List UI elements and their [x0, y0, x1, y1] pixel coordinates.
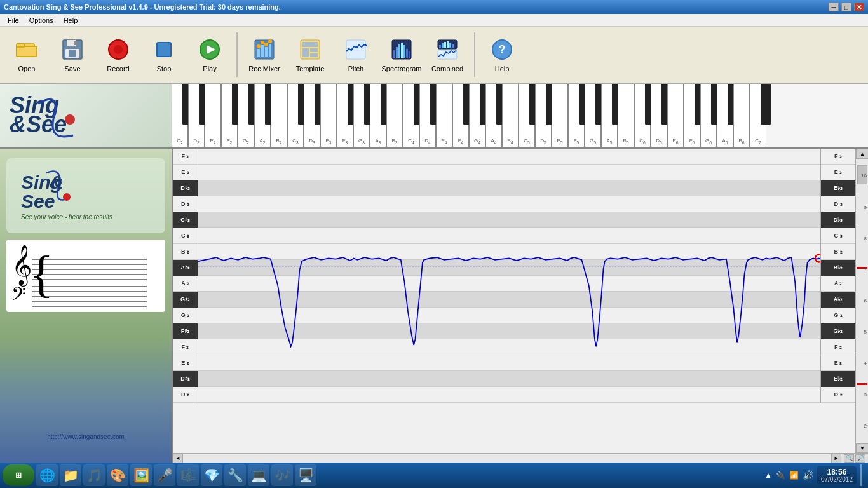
piano-key-g6[interactable]: G6: [700, 84, 717, 147]
piano-key-a6[interactable]: A6: [717, 84, 733, 147]
taskbar-dreamweaver[interactable]: 🎨: [107, 464, 128, 486]
piano-key-b4[interactable]: B4: [502, 84, 519, 147]
taskbar-explorer[interactable]: 📁: [60, 464, 81, 486]
piano-key-d2[interactable]: D2: [188, 84, 205, 147]
taskbar-app8[interactable]: 🔧: [224, 464, 246, 486]
scroll-down-button[interactable]: ▼: [856, 443, 868, 453]
piano-key-g4[interactable]: G4: [469, 84, 485, 147]
note-row-f3: F ₃ F ₃: [173, 149, 855, 165]
piano-key-f6[interactable]: F6: [684, 84, 700, 147]
piano-key-a5[interactable]: A5: [601, 84, 618, 147]
piano-key-d3[interactable]: D3: [304, 84, 320, 147]
spectrogram-button[interactable]: Spectrogram: [380, 29, 423, 80]
piano-key-c5[interactable]: C5: [519, 84, 535, 147]
hscroll-right-button[interactable]: ►: [831, 454, 841, 463]
scale-10: 10: [861, 173, 867, 179]
open-button[interactable]: Open: [5, 29, 48, 80]
open-label: Open: [18, 65, 36, 72]
piano-key-c2[interactable]: C2: [172, 84, 188, 147]
note-content-f3: [198, 149, 820, 164]
website-link[interactable]: http://www.singandsee.com: [47, 433, 125, 440]
rec-mixer-button[interactable]: Rec Mixer: [243, 29, 286, 80]
piano-key-c4[interactable]: C4: [403, 84, 419, 147]
note-label-e3-left: E ₃: [173, 165, 198, 180]
piano-key-f4[interactable]: F4: [452, 84, 469, 147]
note-label-f3-left: F ₃: [173, 149, 198, 165]
svg-point-50: [63, 193, 71, 201]
volume-icon[interactable]: 🔊: [803, 470, 813, 480]
record-button[interactable]: Record: [97, 29, 140, 80]
help-button[interactable]: ? Help: [480, 29, 524, 80]
start-button[interactable]: ⊞: [3, 464, 34, 486]
toolbar-separator-1: [236, 32, 238, 77]
piano-key-f2[interactable]: F2: [221, 84, 238, 147]
piano-key-d6[interactable]: D6: [651, 84, 667, 147]
svg-rect-32: [401, 43, 403, 58]
note-content-ds2: [198, 371, 820, 386]
menu-options[interactable]: Options: [24, 15, 58, 25]
piano-key-d4[interactable]: D4: [419, 84, 436, 147]
note-label-gs2-left: G♯₂: [173, 292, 198, 308]
piano-key-g3[interactable]: G3: [353, 84, 370, 147]
scale-9: 9: [864, 205, 867, 210]
note-label-as2-left: A♯₂: [173, 260, 198, 276]
piano-key-c7[interactable]: C7: [750, 84, 766, 147]
zoom-out-button[interactable]: 🔍: [844, 454, 854, 463]
save-icon: [60, 37, 85, 62]
save-button[interactable]: Save: [51, 29, 94, 80]
scroll-up-button[interactable]: ▲: [856, 149, 868, 159]
piano-key-e5[interactable]: E5: [552, 84, 568, 147]
piano-key-b6[interactable]: B6: [733, 84, 750, 147]
clock[interactable]: 18:56 07/02/2012: [817, 466, 857, 484]
taskbar-app10[interactable]: 🎶: [271, 464, 293, 486]
pitch-display-area: F ₃ F ₃ E ₃ E ₃ D♯₃ E♭₃ D: [172, 149, 868, 463]
piano-key-e6[interactable]: E6: [667, 84, 684, 147]
taskbar-app6[interactable]: 🎼: [177, 464, 199, 486]
taskbar-app9[interactable]: 💻: [248, 464, 269, 486]
piano-key-c3[interactable]: C3: [287, 84, 304, 147]
piano-key-a2[interactable]: A2: [254, 84, 271, 147]
maximize-button[interactable]: □: [841, 3, 851, 11]
right-scrollbar[interactable]: ▲ 10 9 8 7 6 5 4 3 2 ▼: [855, 149, 868, 453]
svg-text:See: See: [21, 191, 55, 212]
taskbar-wmp[interactable]: 🎵: [83, 464, 105, 486]
piano-key-csharp7[interactable]: [761, 84, 771, 125]
minimize-button[interactable]: ─: [829, 3, 839, 11]
piano-key-b3[interactable]: B3: [386, 84, 403, 147]
hscroll-left-button[interactable]: ◄: [173, 454, 183, 463]
note-content-d3: [198, 196, 820, 212]
taskbar-app11[interactable]: 🖥️: [295, 464, 316, 486]
piano-key-b2[interactable]: B2: [271, 84, 287, 147]
piano-key-a3[interactable]: A3: [370, 84, 386, 147]
play-icon: [197, 37, 222, 62]
combined-button[interactable]: Combined: [426, 29, 469, 80]
piano-key-e3[interactable]: E3: [320, 84, 337, 147]
piano-key-g5[interactable]: G5: [585, 84, 601, 147]
taskbar-ie[interactable]: 🌐: [36, 464, 58, 486]
piano-key-e4[interactable]: E4: [436, 84, 452, 147]
piano-key-c6[interactable]: C6: [634, 84, 651, 147]
piano-key-a4[interactable]: A4: [485, 84, 502, 147]
piano-key-g2[interactable]: G2: [238, 84, 254, 147]
taskbar-photoshop[interactable]: 🖼️: [130, 464, 152, 486]
show-desktop-button[interactable]: [860, 464, 865, 486]
menu-file[interactable]: File: [3, 15, 24, 25]
pitch-button[interactable]: Pitch: [334, 29, 377, 80]
zoom-in-button[interactable]: 🔎: [855, 454, 865, 463]
taskbar-app5[interactable]: 🎤: [154, 464, 175, 486]
piano-key-f5[interactable]: F5: [568, 84, 585, 147]
stop-button[interactable]: Stop: [142, 29, 186, 80]
piano-key-d5[interactable]: D5: [535, 84, 552, 147]
note-content-d2: [198, 387, 820, 402]
play-label: Play: [203, 65, 216, 72]
piano-key-f3[interactable]: F3: [337, 84, 353, 147]
menu-help[interactable]: Help: [58, 15, 83, 25]
svg-rect-14: [257, 49, 260, 57]
taskbar-app7[interactable]: 💎: [201, 464, 222, 486]
piano-key-e2[interactable]: E2: [205, 84, 221, 147]
template-button[interactable]: Template: [288, 29, 332, 80]
piano-key-b5[interactable]: B5: [618, 84, 634, 147]
close-button[interactable]: ✕: [854, 3, 864, 11]
note-label-ds3-right: E♭₃: [820, 180, 855, 196]
play-button[interactable]: Play: [188, 29, 231, 80]
